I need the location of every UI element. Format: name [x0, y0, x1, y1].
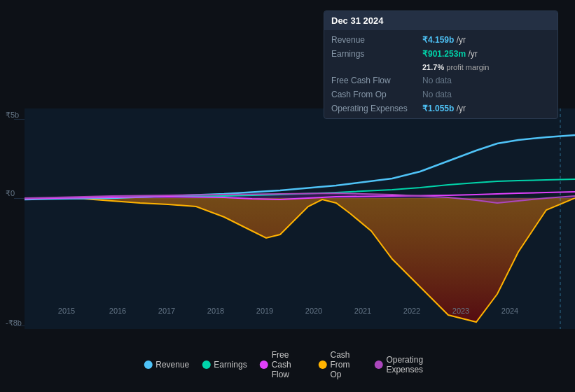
legend-dot-opex: [374, 360, 382, 369]
x-label-2023: 2023: [452, 307, 469, 315]
legend-dot-cashop: [318, 360, 326, 369]
x-label-2022: 2022: [403, 307, 420, 315]
legend-label-earnings: Earnings: [214, 360, 247, 370]
tooltip-label-cashop: Cash From Op: [331, 90, 422, 99]
tooltip-value-earnings: ₹901.253m /yr: [422, 49, 478, 59]
legend-item-earnings[interactable]: Earnings: [202, 360, 247, 370]
tooltip-value-revenue: ₹4.159b /yr: [422, 35, 466, 45]
tooltip-row-earnings: Earnings ₹901.253m /yr: [324, 47, 557, 61]
legend-label-revenue: Revenue: [155, 360, 189, 370]
x-label-2024: 2024: [501, 307, 518, 315]
tooltip-label-opex: Operating Expenses: [331, 104, 422, 113]
tooltip-value-fcf: No data: [422, 76, 452, 85]
x-label-2020: 2020: [305, 307, 322, 315]
tooltip-row-opex: Operating Expenses ₹1.055b /yr: [324, 102, 557, 115]
tooltip-date: Dec 31 2024: [324, 11, 557, 30]
legend-item-revenue[interactable]: Revenue: [144, 360, 189, 370]
tooltip-label-fcf: Free Cash Flow: [331, 76, 422, 85]
tooltip-value-cashop: No data: [422, 90, 452, 99]
x-label-2018: 2018: [207, 307, 224, 315]
legend-item-cashop[interactable]: Cash From Op: [318, 350, 361, 379]
tooltip-card: Dec 31 2024 Revenue ₹4.159b /yr Earnings…: [324, 10, 558, 119]
tooltip-row-cashop: Cash From Op No data: [324, 88, 557, 102]
tooltip-label-revenue: Revenue: [331, 35, 422, 45]
legend-dot-revenue: [144, 360, 152, 369]
chart-container: Dec 31 2024 Revenue ₹4.159b /yr Earnings…: [0, 0, 575, 392]
x-label-2019: 2019: [256, 307, 273, 315]
tooltip-value-margin: 21.7% profit margin: [422, 63, 489, 71]
legend-label-fcf: Free Cash Flow: [272, 350, 306, 379]
x-label-2021: 2021: [354, 307, 371, 315]
legend-item-opex[interactable]: Operating Expenses: [374, 355, 431, 374]
chart-legend: Revenue Earnings Free Cash Flow Cash Fro…: [144, 350, 431, 379]
tooltip-row-margin: 21.7% profit margin: [324, 61, 557, 74]
tooltip-row-fcf: Free Cash Flow No data: [324, 74, 557, 88]
tooltip-value-opex: ₹1.055b /yr: [422, 104, 466, 113]
x-label-2017: 2017: [158, 307, 175, 315]
tooltip-row-revenue: Revenue ₹4.159b /yr: [324, 33, 557, 47]
tooltip-body: Revenue ₹4.159b /yr Earnings ₹901.253m /…: [324, 30, 557, 118]
tooltip-label-earnings: Earnings: [331, 49, 422, 59]
legend-item-fcf[interactable]: Free Cash Flow: [260, 350, 306, 379]
x-label-2015: 2015: [58, 307, 75, 315]
legend-dot-fcf: [260, 360, 268, 369]
legend-dot-earnings: [202, 360, 210, 369]
legend-label-opex: Operating Expenses: [386, 355, 431, 374]
legend-label-cashop: Cash From Op: [330, 350, 361, 379]
x-label-2016: 2016: [109, 307, 126, 315]
